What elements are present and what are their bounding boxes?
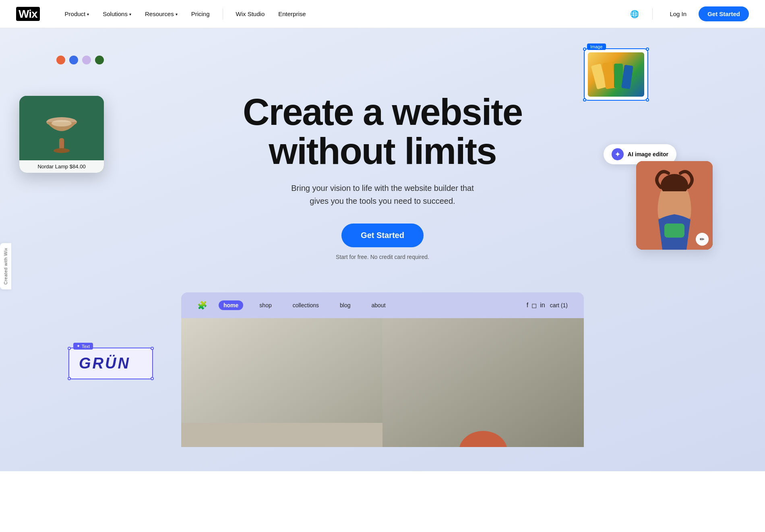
fabric-illustration [590, 56, 642, 93]
handle-corner-tl [583, 48, 586, 51]
nav-solutions[interactable]: Solutions ▾ [97, 7, 137, 21]
color-dots [56, 56, 104, 64]
nav-right: 🌐 Log In Get Started [628, 6, 749, 21]
color-dot-blue [69, 56, 78, 64]
nav-product[interactable]: Product ▾ [59, 7, 95, 21]
social-icons: f ◻ in [527, 302, 545, 309]
ai-editor-label: AI image editor [628, 151, 668, 157]
color-dot-orange [56, 56, 65, 64]
svg-rect-7 [621, 65, 633, 89]
svg-rect-16 [382, 318, 584, 447]
image-widget: Image [584, 48, 648, 101]
site-nav-shop[interactable]: shop [254, 300, 276, 310]
color-dot-lavender [82, 56, 91, 64]
svg-rect-6 [614, 64, 623, 88]
lamp-label: Nordar Lamp $84.00 [19, 160, 104, 173]
hero-title: Create a website without limits [243, 93, 522, 170]
nav-divider [223, 8, 223, 20]
lamp-product-card: Nordar Lamp $84.00 [19, 96, 104, 173]
instagram-icon: ◻ [531, 302, 537, 309]
hero-free-text: Start for free. No credit card required. [243, 254, 522, 260]
handle-corner-br [646, 98, 649, 101]
site-nav-blog[interactable]: blog [335, 300, 355, 310]
logo-text: Wix [16, 7, 40, 21]
nav-links: Product ▾ Solutions ▾ Resources ▾ Pricin… [59, 7, 629, 21]
ai-editor-card: ✦ AI image editor [604, 144, 676, 164]
site-preview: 🧩 home shop collections blog about f ◻ i… [181, 292, 584, 447]
text-widget-label: ✦ Text [73, 343, 93, 350]
svg-point-2 [54, 148, 70, 153]
site-nav-collections[interactable]: collections [288, 300, 324, 310]
nav-resources[interactable]: Resources ▾ [139, 7, 183, 21]
preview-right-illustration [382, 318, 584, 447]
site-nav-right: f ◻ in cart (1) [527, 302, 568, 309]
svg-rect-5 [602, 62, 616, 89]
svg-rect-14 [181, 423, 382, 447]
handle-br [151, 377, 154, 380]
hero-subtitle: Bring your vision to life with the websi… [282, 182, 483, 207]
language-button[interactable]: 🌐 [628, 8, 641, 21]
get-started-nav-button[interactable]: Get Started [699, 6, 749, 21]
svg-rect-8 [636, 161, 713, 250]
created-with-wix-label: Created with Wix [0, 243, 11, 289]
person-photo-card: ✏ [636, 161, 713, 250]
nav-wix-studio[interactable]: Wix Studio [230, 7, 271, 21]
color-dot-green [95, 56, 104, 64]
wix-logo[interactable]: Wix [16, 8, 40, 21]
site-preview-image [181, 318, 584, 447]
asterisk-icon: ✦ [76, 344, 80, 349]
ai-star-icon: ✦ [612, 148, 624, 160]
handle-corner-bl [583, 98, 586, 101]
hero-content: Create a website without limits Bring yo… [243, 93, 522, 260]
svg-point-0 [46, 117, 77, 127]
lamp-illustration [37, 100, 86, 156]
svg-rect-4 [591, 64, 607, 89]
image-widget-thumbnail [588, 52, 644, 97]
hero-cta-button[interactable]: Get Started [341, 224, 424, 247]
grun-text-widget: ✦ Text GRÜN [68, 348, 153, 379]
image-widget-label: Image [587, 43, 606, 50]
nav-pricing[interactable]: Pricing [186, 7, 215, 21]
navbar: Wix Product ▾ Solutions ▾ Resources ▾ Pr… [0, 0, 765, 28]
nav-enterprise[interactable]: Enterprise [273, 7, 311, 21]
svg-rect-1 [59, 138, 64, 149]
facebook-icon: f [527, 302, 528, 309]
person-edit-button[interactable]: ✏ [696, 233, 709, 246]
nav-divider-2 [652, 8, 653, 20]
handle-tr [151, 347, 154, 350]
grun-text-content: GRÜN [79, 355, 143, 372]
person-image: ✏ [636, 161, 713, 250]
site-nav-about[interactable]: about [367, 300, 391, 310]
lamp-card-image [19, 96, 104, 160]
svg-point-9 [662, 176, 687, 207]
svg-rect-11 [664, 224, 684, 238]
chevron-down-icon: ▾ [176, 12, 178, 17]
site-preview-nav: 🧩 home shop collections blog about f ◻ i… [181, 292, 584, 318]
chevron-down-icon: ▾ [129, 12, 131, 17]
hero-section: Nordar Lamp $84.00 ✦ Text GRÜN Image [0, 28, 765, 471]
login-button[interactable]: Log In [664, 7, 692, 21]
person-illustration [636, 161, 713, 250]
svg-point-3 [52, 120, 72, 126]
puzzle-icon: 🧩 [197, 300, 207, 310]
linkedin-icon: in [540, 302, 545, 309]
preview-left-illustration [181, 318, 382, 447]
handle-corner-tr [646, 48, 649, 51]
handle-bl [68, 377, 71, 380]
chevron-down-icon: ▾ [87, 12, 89, 17]
preview-image-right [382, 318, 584, 447]
site-nav-home[interactable]: home [219, 300, 243, 310]
svg-point-10 [661, 174, 688, 197]
preview-image-left [181, 318, 382, 447]
handle-tl [68, 347, 71, 350]
cart-label[interactable]: cart (1) [550, 302, 568, 308]
